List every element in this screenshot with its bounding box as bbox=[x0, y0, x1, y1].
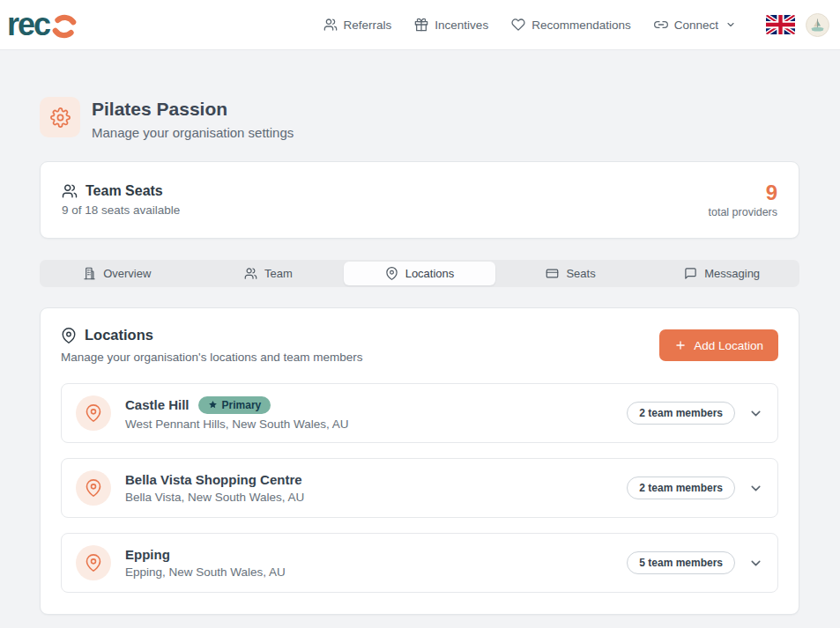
team-seats-title: Team Seats bbox=[85, 183, 163, 199]
location-address: West Pennant Hills, New South Wales, AU bbox=[125, 417, 627, 431]
expand-chevron[interactable] bbox=[748, 406, 763, 421]
link-icon bbox=[654, 18, 668, 32]
location-list: Castle Hill Primary West Pennant Hills, … bbox=[61, 383, 778, 593]
card-icon bbox=[546, 267, 559, 280]
pin-icon bbox=[85, 479, 102, 497]
pin-icon bbox=[85, 554, 102, 572]
building-icon bbox=[83, 267, 96, 280]
location-pin-circle bbox=[76, 470, 111, 506]
tab-team[interactable]: Team bbox=[193, 262, 345, 285]
organisation-header: Pilates Passion Manage your organisation… bbox=[40, 97, 799, 140]
tab-label: Locations bbox=[405, 267, 455, 280]
settings-tabbar: Overview Team Locations Seats Messaging bbox=[40, 260, 799, 287]
locations-card: Locations Manage your organisation's loc… bbox=[40, 307, 799, 615]
chevron-down-icon bbox=[748, 481, 763, 496]
team-members-pill[interactable]: 5 team members bbox=[627, 551, 735, 574]
chevron-down-icon bbox=[748, 406, 763, 421]
nav-label: Connect bbox=[674, 18, 718, 32]
tab-seats[interactable]: Seats bbox=[495, 262, 647, 285]
gear-icon bbox=[50, 107, 71, 128]
reco-logo[interactable]: rec bbox=[7, 9, 78, 41]
heart-icon bbox=[511, 18, 525, 32]
tab-overview[interactable]: Overview bbox=[41, 262, 193, 285]
expand-chevron[interactable] bbox=[748, 556, 763, 571]
page-subtitle: Manage your organisation settings bbox=[92, 125, 294, 140]
nav-item-incentives[interactable]: Incentives bbox=[405, 11, 497, 39]
location-row-castle-hill[interactable]: Castle Hill Primary West Pennant Hills, … bbox=[61, 383, 778, 443]
nav-menu: Referrals Incentives Recommendations Con… bbox=[315, 11, 745, 39]
nav-label: Recommendations bbox=[532, 18, 631, 32]
total-providers-count: 9 bbox=[708, 181, 777, 204]
settings-icon-box bbox=[40, 97, 80, 137]
expand-chevron[interactable] bbox=[748, 481, 763, 496]
star-icon bbox=[208, 400, 218, 410]
total-providers-label: total providers bbox=[708, 206, 777, 218]
tab-label: Messaging bbox=[704, 267, 760, 280]
team-members-pill[interactable]: 2 team members bbox=[627, 477, 735, 499]
chevron-down-icon bbox=[725, 19, 736, 30]
locations-title: Locations bbox=[85, 327, 153, 344]
location-address: Bella Vista, New South Wales, AU bbox=[125, 491, 627, 504]
page-title: Pilates Passion bbox=[92, 98, 294, 121]
team-seats-card: Team Seats 9 of 18 seats available 9 tot… bbox=[40, 161, 799, 239]
nav-label: Referrals bbox=[344, 18, 392, 32]
location-name: Epping bbox=[125, 547, 170, 562]
top-navbar: rec Referrals Incentives Recommendations bbox=[0, 0, 840, 50]
locations-subtitle: Manage your organisation's locations and… bbox=[61, 351, 363, 364]
people-icon bbox=[323, 18, 338, 32]
location-pin-circle bbox=[76, 545, 111, 580]
add-location-button[interactable]: Add Location bbox=[659, 329, 778, 361]
tab-label: Overview bbox=[103, 267, 151, 280]
location-pin-circle bbox=[76, 395, 111, 431]
uk-flag-icon[interactable] bbox=[766, 15, 795, 34]
nav-item-recommendations[interactable]: Recommendations bbox=[502, 11, 640, 39]
pin-icon bbox=[85, 404, 102, 422]
gift-icon bbox=[414, 18, 428, 32]
chevron-down-icon bbox=[748, 556, 763, 571]
seats-availability: 9 of 18 seats available bbox=[62, 203, 180, 217]
location-name: Castle Hill bbox=[125, 397, 190, 412]
primary-badge: Primary bbox=[198, 396, 271, 414]
people-icon bbox=[244, 267, 257, 280]
location-name: Bella Vista Shopping Centre bbox=[125, 472, 302, 487]
nav-item-connect[interactable]: Connect bbox=[645, 11, 745, 39]
tab-locations[interactable]: Locations bbox=[344, 262, 495, 285]
page-content: Pilates Passion Manage your organisation… bbox=[40, 97, 799, 615]
people-icon bbox=[62, 183, 78, 199]
chat-icon bbox=[684, 267, 697, 280]
plus-icon bbox=[674, 339, 687, 351]
profile-avatar[interactable] bbox=[806, 13, 829, 37]
tab-messaging[interactable]: Messaging bbox=[646, 262, 798, 285]
tab-label: Seats bbox=[566, 267, 595, 280]
logo-circle-arrows-icon bbox=[50, 12, 78, 41]
primary-badge-label: Primary bbox=[222, 399, 262, 411]
nav-label: Incentives bbox=[435, 18, 488, 32]
tab-label: Team bbox=[264, 267, 293, 280]
add-location-label: Add Location bbox=[694, 339, 763, 352]
logo-text: rec bbox=[7, 9, 49, 41]
location-row-epping[interactable]: Epping Epping, New South Wales, AU 5 tea… bbox=[61, 533, 778, 593]
nav-item-referrals[interactable]: Referrals bbox=[315, 11, 401, 39]
pin-icon bbox=[385, 267, 398, 280]
location-address: Epping, New South Wales, AU bbox=[125, 565, 627, 579]
pin-icon bbox=[61, 328, 77, 344]
location-row-bella-vista[interactable]: Bella Vista Shopping Centre Bella Vista,… bbox=[61, 458, 778, 518]
team-members-pill[interactable]: 2 team members bbox=[627, 402, 735, 425]
